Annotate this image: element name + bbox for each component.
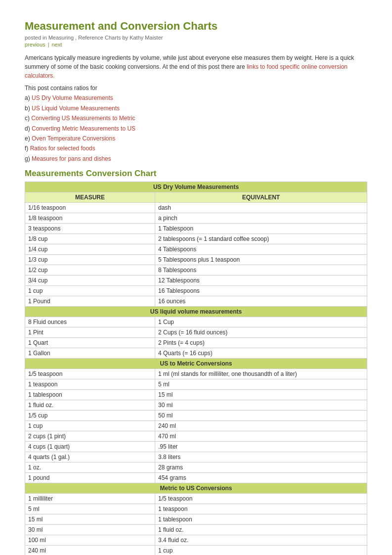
col-header-dry: MEASURE EQUIVALENT bbox=[25, 192, 367, 203]
table-row: 1/2 cup8 Tablespoons bbox=[25, 265, 367, 276]
table-row: 1 fluid oz.30 ml bbox=[25, 400, 367, 411]
list-item-f: f) Ratios for selected foods bbox=[25, 143, 367, 153]
table-row: 100 ml3.4 fluid oz. bbox=[25, 535, 367, 546]
table-row: 1 cup16 Tablespoons bbox=[25, 286, 367, 296]
table-row: 1 Pint2 Cups (= 16 fluid ounces) bbox=[25, 327, 367, 338]
table-row: 1/8 cup2 tablespoons (= 1 standard coffe… bbox=[25, 234, 367, 244]
table-row: 1 milliliter1/5 teaspoon bbox=[25, 494, 367, 504]
list-item-c: c) Converting US Measurements to Metric bbox=[25, 113, 367, 123]
list-item-d: d) Converting Metric Measurements to US bbox=[25, 124, 367, 134]
table-row: 1 Quart2 Pints (= 4 cups) bbox=[25, 338, 367, 348]
table-row: 2 cups (1 pint)470 ml bbox=[25, 431, 367, 442]
list-item-a: a) US Dry Volume Measurements bbox=[25, 93, 367, 103]
table-row: 3/4 cup12 Tablespoons bbox=[25, 276, 367, 286]
section-header-metric-us: Metric to US Conversions bbox=[25, 483, 367, 494]
post-meta: posted in Measuring , Reference Charts b… bbox=[25, 35, 367, 41]
table-row: 4 quarts (1 gal.)3.8 liters bbox=[25, 452, 367, 462]
table-row: 1/16 teaspoondash bbox=[25, 203, 367, 213]
list-item-g: g) Measures for pans and dishes bbox=[25, 154, 367, 164]
table-row: 240 ml1 cup bbox=[25, 546, 367, 555]
table-row: 1 pound454 grams bbox=[25, 473, 367, 483]
table-row: 1/4 cup4 Tablespoons bbox=[25, 244, 367, 255]
table-row: 1 Pound16 ounces bbox=[25, 296, 367, 307]
table-row: 1/8 teaspoona pinch bbox=[25, 213, 367, 224]
table-row: 30 ml1 fluid oz. bbox=[25, 525, 367, 535]
page-title: Measurement and Conversion Charts bbox=[25, 20, 367, 33]
section-header-liquid: US liquid volume measurements bbox=[25, 307, 367, 317]
table-row: 5 ml1 teaspoon bbox=[25, 504, 367, 514]
table-row: 1/5 cup50 ml bbox=[25, 411, 367, 421]
table-row: 1 cup240 ml bbox=[25, 421, 367, 431]
section-header-us-metric: US to Metric Conversions bbox=[25, 359, 367, 369]
table-row: 1 Gallon4 Quarts (= 16 cups) bbox=[25, 348, 367, 359]
next-link[interactable]: next bbox=[52, 42, 62, 47]
chart-title: Measurements Conversion Chart bbox=[25, 169, 367, 179]
conversion-table: US Dry Volume Measurements MEASURE EQUIV… bbox=[25, 182, 367, 555]
table-row: 1 tablespoon15 ml bbox=[25, 390, 367, 400]
table-row: 8 Fluid ounces1 Cup bbox=[25, 317, 367, 327]
table-row: 1/5 teaspoon1 ml (ml stands for millilit… bbox=[25, 369, 367, 379]
previous-link[interactable]: previous bbox=[25, 42, 45, 47]
table-row: 1 teaspoon5 ml bbox=[25, 379, 367, 390]
section-header-dry: US Dry Volume Measurements bbox=[25, 182, 367, 192]
table-row: 15 ml1 tablespoon bbox=[25, 514, 367, 525]
table-row: 4 cups (1 quart).95 liter bbox=[25, 442, 367, 452]
table-row: 1/3 cup5 Tablespoons plus 1 teaspoon bbox=[25, 255, 367, 265]
list-item-b: b) US Liquid Volume Measurements bbox=[25, 103, 367, 113]
list-item-e: e) Oven Temperature Conversions bbox=[25, 134, 367, 143]
table-row: 3 teaspoons1 Tablespoon bbox=[25, 224, 367, 234]
list-section: This post contains ratios for a) US Dry … bbox=[25, 83, 367, 164]
intro-text: Americans typically measure ingredients … bbox=[25, 53, 367, 80]
table-row: 1 oz.28 grams bbox=[25, 462, 367, 473]
nav-links: previous | next bbox=[25, 42, 367, 47]
